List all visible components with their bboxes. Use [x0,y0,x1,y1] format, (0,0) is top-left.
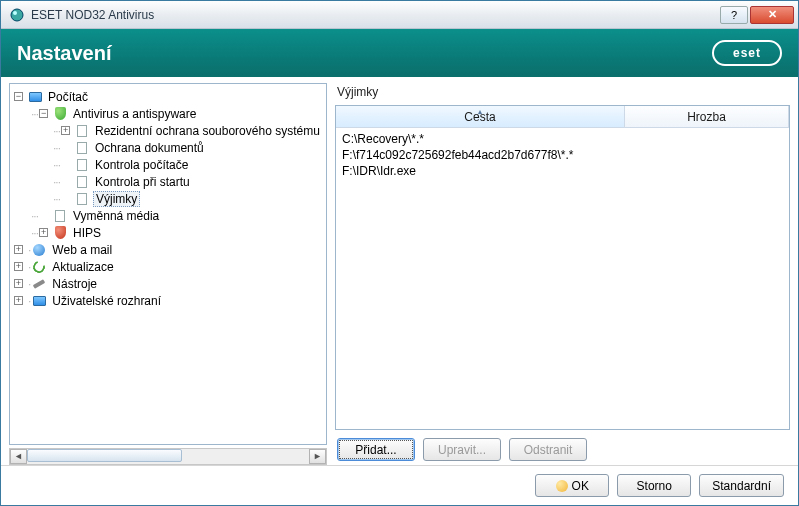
tree-label: Uživatelské rozhraní [50,294,163,308]
tree-horizontal-scrollbar[interactable]: ◄ ► [9,448,327,465]
tree-label: Aktualizace [50,260,115,274]
expand-toggle [61,160,70,169]
tree-node-update[interactable]: + · Aktualizace [12,258,324,275]
tree-node-exclusions[interactable]: ··· Výjimky [12,190,324,207]
tree-connector: ··· [53,175,60,189]
column-header-path[interactable]: ▴ Cesta [336,106,625,127]
column-label: Hrozba [687,110,726,124]
expand-toggle [61,177,70,186]
tree-connector: ··· [53,141,60,155]
tree-connector: ··· [53,158,60,172]
scroll-left-arrow[interactable]: ◄ [10,449,27,464]
table-row[interactable]: C:\Recovery\*.* [342,131,783,147]
tree-node-hips[interactable]: ··· + HIPS [12,224,324,241]
svg-point-1 [13,11,17,15]
window-title: ESET NOD32 Antivirus [31,8,154,22]
expand-toggle[interactable]: + [14,245,23,254]
ok-label: OK [572,479,589,493]
grid-header: ▴ Cesta Hrozba [336,106,789,128]
tree-node-startup-scan[interactable]: ··· Kontrola při startu [12,173,324,190]
file-icon [74,141,90,155]
tree-node-computer-scan[interactable]: ··· Kontrola počítače [12,156,324,173]
add-button[interactable]: Přidat... [337,438,415,461]
file-icon [74,158,90,172]
dialog-footer: OK Storno Standardní [1,465,798,505]
tree-label: Nástroje [50,277,99,291]
exclusion-buttons: Přidat... Upravit... Odstranit [335,430,790,465]
tree-connector: · [28,260,30,274]
remove-button[interactable]: Odstranit [509,438,587,461]
exclusions-panel: Výjimky ▴ Cesta Hrozba C:\Recovery\*.* [335,83,790,465]
tree-label: Kontrola při startu [93,175,192,189]
titlebar: ESET NOD32 Antivirus ? ✕ [1,1,798,29]
help-button[interactable]: ? [720,6,748,24]
sort-indicator-icon: ▴ [478,107,482,116]
tree-node-removable[interactable]: ··· Vyměnná média [12,207,324,224]
tree-connector: ··· [53,192,60,206]
expand-toggle [61,194,70,203]
expand-toggle[interactable]: + [61,126,70,135]
refresh-icon [31,260,47,274]
tree-node-documents[interactable]: ··· Ochrana dokumentů [12,139,324,156]
tree-label: Rezidentní ochrana souborového systému [93,124,322,138]
tree-connector: ··· [31,209,38,223]
tree-connector: · [28,243,30,257]
tree-label: HIPS [71,226,103,240]
monitor-icon [27,90,43,104]
cell-path: C:\Recovery\*.* [342,132,631,146]
tree-connector: ··· [31,226,38,240]
scroll-right-arrow[interactable]: ► [309,449,326,464]
eset-logo: eset [712,40,782,66]
monitor-icon [31,294,47,308]
expand-toggle [39,211,48,220]
tree-node-realtime[interactable]: ··· + Rezidentní ochrana souborového sys… [12,122,324,139]
tree-node-antivirus[interactable]: ··· − Antivirus a antispyware [12,105,324,122]
tree-node-ui[interactable]: + · Uživatelské rozhraní [12,292,324,309]
expand-toggle[interactable]: + [14,296,23,305]
settings-tree[interactable]: − Počítač ··· − Antivirus a antispyware … [9,83,327,445]
tree-node-webmail[interactable]: + · Web a mail [12,241,324,258]
file-icon [52,209,68,223]
section-heading: Výjimky [337,85,790,99]
shield-ok-icon [556,480,568,492]
expand-toggle[interactable]: + [14,262,23,271]
default-button[interactable]: Standardní [699,474,784,497]
shield-icon [52,226,68,240]
tree-connector: ··· [53,124,60,138]
scroll-thumb[interactable] [27,449,182,462]
tree-node-computer[interactable]: − Počítač [12,88,324,105]
wrench-icon [31,277,47,291]
app-icon [9,7,25,23]
edit-button[interactable]: Upravit... [423,438,501,461]
tree-label: Antivirus a antispyware [71,107,198,121]
file-icon [74,192,90,206]
expand-toggle[interactable]: + [39,228,48,237]
globe-icon [31,243,47,257]
tree-label: Ochrana dokumentů [93,141,206,155]
scroll-track[interactable] [27,449,309,464]
tree-node-tools[interactable]: + · Nástroje [12,275,324,292]
expand-toggle[interactable]: − [14,92,23,101]
svg-point-0 [11,9,23,21]
shield-icon [52,107,68,121]
expand-toggle[interactable]: + [14,279,23,288]
tree-connector: ··· [31,107,38,121]
expand-toggle [61,143,70,152]
grid-body: C:\Recovery\*.* F:\f714c092c725692feb44a… [336,128,789,429]
expand-toggle[interactable]: − [39,109,48,118]
page-title: Nastavení [17,42,112,65]
exclusions-list[interactable]: ▴ Cesta Hrozba C:\Recovery\*.* F:\f714c0… [335,105,790,430]
table-row[interactable]: F:\f714c092c725692feb44acd2b7d677f8\*.* [342,147,783,163]
tree-label: Výjimky [93,191,140,207]
banner: Nastavení eset [1,29,798,77]
file-icon [74,175,90,189]
ok-button[interactable]: OK [535,474,609,497]
close-button[interactable]: ✕ [750,6,794,24]
column-header-threat[interactable]: Hrozba [625,106,789,127]
cell-path: F:\IDR\Idr.exe [342,164,631,178]
tree-label: Kontrola počítače [93,158,190,172]
cancel-button[interactable]: Storno [617,474,691,497]
tree-connector: · [28,294,30,308]
tree-panel: − Počítač ··· − Antivirus a antispyware … [9,83,327,465]
table-row[interactable]: F:\IDR\Idr.exe [342,163,783,179]
